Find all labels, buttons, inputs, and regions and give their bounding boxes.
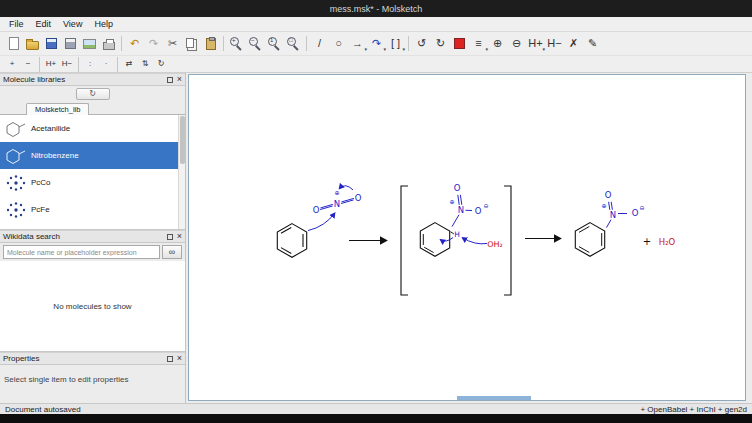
wikidata-search-input[interactable] — [3, 245, 160, 259]
add-lone-pair-button[interactable]: : — [82, 57, 98, 72]
bracket-left[interactable] — [401, 186, 408, 295]
menu-item-help[interactable]: Help — [88, 18, 119, 30]
close-panel-icon[interactable]: × — [177, 75, 182, 84]
atom-label-o: O — [313, 205, 320, 215]
charge-plus-button[interactable]: ⊕ — [488, 34, 507, 53]
color-swatch-icon — [454, 38, 465, 49]
canvas-hscrollbar-thumb[interactable] — [457, 396, 531, 400]
save-document-as-button[interactable] — [61, 34, 80, 53]
molecule-nitronium[interactable]: O N O ⊕ — [313, 186, 362, 215]
close-panel-icon[interactable]: × — [177, 354, 182, 363]
zoom-original-button[interactable]: 1 — [265, 34, 284, 53]
bracket-right[interactable] — [504, 186, 511, 295]
close-panel-icon[interactable]: × — [177, 232, 182, 241]
export-image-button[interactable] — [80, 34, 99, 53]
add-hydrogen-button[interactable]: H+▾ — [526, 34, 545, 53]
zoom-out-button[interactable]: − — [246, 34, 265, 53]
library-item-pcfe[interactable]: PcFe — [0, 196, 185, 223]
draw-ring-button[interactable]: ○ — [329, 34, 348, 53]
rotate-selection-button[interactable]: ↻ — [153, 57, 169, 72]
library-settings-button[interactable]: ↻ — [76, 88, 110, 100]
properties-hint: Select single item to edit properties — [4, 375, 129, 384]
charge-minus-button[interactable]: ⊖ — [507, 34, 526, 53]
regenerate-coordinates-button[interactable]: ↻ — [431, 34, 450, 53]
open-document-button[interactable] — [23, 34, 42, 53]
atom-label-n: N — [458, 205, 464, 215]
delete-button[interactable]: ✗ — [564, 34, 583, 53]
redo-button[interactable]: ↷ — [144, 34, 163, 53]
float-panel-icon[interactable] — [167, 77, 173, 83]
curved-arrow-attack[interactable] — [308, 213, 335, 231]
desktop-taskbar[interactable] — [0, 414, 752, 423]
library-list: AcetanilideNitrobenzenePcCoPcFe — [0, 115, 185, 230]
titlebar[interactable]: mess.msk* - Molsketch — [0, 0, 752, 17]
wikidata-search-button[interactable]: ∞ — [162, 245, 182, 259]
menu-item-view[interactable]: View — [57, 18, 88, 30]
bracket-button[interactable]: [ ]▾ — [386, 34, 405, 53]
remove-lone-pair-button[interactable]: · — [98, 57, 114, 72]
binoculars-icon: ∞ — [169, 247, 175, 257]
float-panel-icon[interactable] — [167, 356, 173, 362]
curved-arrow-electron[interactable] — [339, 186, 353, 190]
curved-arrow-rearomatize[interactable] — [440, 238, 453, 242]
flip-horizontal-button[interactable]: ⇄ — [121, 57, 137, 72]
library-item-acetanilide[interactable]: Acetanilide — [0, 115, 185, 142]
print-document-button[interactable] — [99, 34, 118, 53]
library-scrollbar-thumb[interactable] — [180, 116, 185, 164]
molecule-benzene[interactable] — [277, 224, 306, 258]
molecule-arenium[interactable]: H N O O ⊕ ⊖ — [420, 183, 488, 256]
curved-arrow-deprotonation[interactable] — [462, 238, 487, 244]
charge-minus-label: ⊖ — [483, 202, 488, 209]
regenerate-coordinates-icon: ↻ — [436, 38, 445, 49]
undo-button[interactable]: ↶ — [125, 34, 144, 53]
menu-item-edit[interactable]: Edit — [30, 18, 58, 30]
copy-button[interactable] — [182, 34, 201, 53]
color-swatch-button[interactable] — [450, 34, 469, 53]
remove-hydrogen-icon: H− — [547, 38, 561, 49]
decrease-charge-icon: − — [26, 60, 31, 68]
draw-bond-button[interactable]: / — [310, 34, 329, 53]
reaction-arrow-button[interactable]: →▾ — [348, 34, 367, 53]
wikidata-panel-title: Wikidata search — [3, 232, 167, 241]
float-panel-icon[interactable] — [167, 234, 173, 240]
flip-vertical-button[interactable]: ⇅ — [137, 57, 153, 72]
decrease-charge-button[interactable]: − — [20, 57, 36, 72]
optimize-structure-button[interactable]: ↺ — [412, 34, 431, 53]
properties-content: Select single item to edit properties — [0, 365, 185, 403]
paste-icon — [206, 38, 216, 50]
zoom-in-button[interactable]: + — [227, 34, 246, 53]
increase-charge-button[interactable]: + — [4, 57, 20, 72]
atom-label-o: O — [605, 190, 612, 200]
save-document-button[interactable] — [42, 34, 61, 53]
paste-button[interactable] — [201, 34, 220, 53]
draw-ring-icon: ○ — [335, 38, 342, 49]
export-image-icon — [83, 39, 96, 49]
library-item-pcco[interactable]: PcCo — [0, 169, 185, 196]
atom-label-n: N — [610, 210, 616, 220]
delete-icon: ✗ — [569, 38, 578, 49]
remove-hydrogen-button[interactable]: H− — [545, 34, 564, 53]
charge-plus-icon: ⊕ — [493, 38, 502, 49]
remove-lone-pair-icon: · — [105, 60, 108, 68]
mechanism-arrow-icon: ↷ — [372, 38, 381, 49]
library-scrollbar[interactable] — [178, 115, 185, 229]
zoom-fit-button[interactable]: □ — [284, 34, 303, 53]
draw-bond-icon: / — [318, 38, 321, 49]
molecule-thumbnail — [5, 174, 31, 192]
drawing-canvas[interactable]: O N O ⊕ — [188, 74, 746, 401]
edit-tool-button[interactable]: ✎ — [583, 34, 602, 53]
cut-button[interactable]: ✂ — [163, 34, 182, 53]
library-item-nitrobenzene[interactable]: Nitrobenzene — [0, 142, 185, 169]
water-nucleophile[interactable]: OH₂ — [462, 238, 503, 250]
line-width-button[interactable]: ≡▾ — [469, 34, 488, 53]
library-item-label: Nitrobenzene — [31, 151, 79, 160]
remove-hydrogen-atom-button[interactable]: H− — [59, 57, 75, 72]
new-document-button[interactable] — [4, 34, 23, 53]
molecule-nitrobenzene[interactable]: N O O ⊕ ⊖ — [575, 190, 644, 256]
toolbar-modify: +−H+H−:·⇄⇅↻ — [0, 56, 752, 73]
menu-item-file[interactable]: File — [3, 18, 30, 30]
mechanism-arrow-button[interactable]: ↷▾ — [367, 34, 386, 53]
add-hydrogen-atom-button[interactable]: H+ — [43, 57, 59, 72]
tab-molsketch-lib[interactable]: Molsketch_lib — [26, 103, 89, 115]
status-right-text: + OpenBabel + InChI + gen2d — [640, 405, 747, 414]
